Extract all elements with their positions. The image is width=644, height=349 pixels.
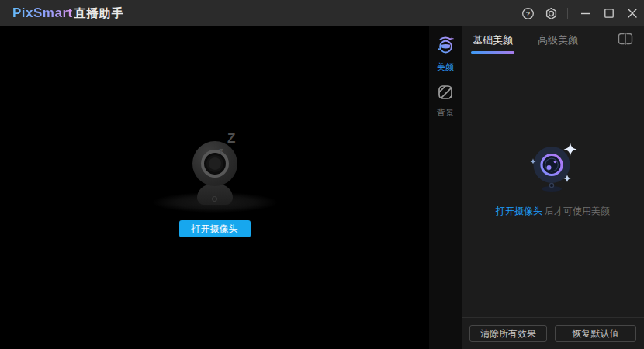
webcam-base bbox=[197, 185, 233, 205]
active-tab-underline bbox=[471, 51, 514, 54]
app-window: PixSmart 直播助手 ? bbox=[0, 0, 644, 349]
split-compare-button[interactable] bbox=[616, 31, 635, 49]
app-logo: PixSmart 直播助手 bbox=[12, 5, 124, 21]
restore-defaults-button[interactable]: 恢复默认值 bbox=[555, 325, 636, 342]
maximize-icon bbox=[604, 8, 615, 19]
sleeping-webcam-illustration: Z z bbox=[153, 144, 277, 206]
webcam-base-dot bbox=[212, 196, 217, 202]
panel-footer: 清除所有效果 恢复默认值 bbox=[462, 317, 644, 349]
settings-button[interactable] bbox=[539, 0, 563, 26]
feature-nav: 美颜 背景 bbox=[429, 26, 462, 349]
tab-advanced-beauty-label: 高级美颜 bbox=[538, 33, 578, 47]
tab-basic-beauty-label: 基础美颜 bbox=[473, 33, 513, 47]
titlebar-actions: ? bbox=[516, 0, 644, 26]
titlebar-divider bbox=[567, 8, 568, 19]
webcam-sphere bbox=[192, 141, 237, 186]
minimize-icon bbox=[580, 8, 591, 19]
open-camera-link[interactable]: 打开摄像头 bbox=[496, 206, 542, 216]
gear-icon bbox=[545, 7, 558, 20]
titlebar: PixSmart 直播助手 ? bbox=[0, 0, 644, 26]
brand-suffix: 直播助手 bbox=[74, 6, 124, 21]
sleep-z-small: z bbox=[219, 147, 223, 156]
nav-label-background: 背景 bbox=[437, 107, 454, 119]
minimize-button[interactable] bbox=[574, 0, 597, 26]
webcam-lens bbox=[201, 150, 229, 178]
sleep-z-large: Z bbox=[227, 132, 235, 145]
close-button[interactable] bbox=[621, 0, 644, 26]
preview-stage: Z z 打开摄像头 bbox=[0, 26, 429, 349]
background-icon bbox=[436, 83, 455, 105]
beauty-panel: 基础美颜 高级美颜 bbox=[462, 26, 644, 349]
webcam-lens-core bbox=[209, 157, 221, 170]
panel-tabbar: 基础美颜 高级美颜 bbox=[462, 26, 644, 54]
nav-item-background[interactable]: 背景 bbox=[429, 80, 462, 126]
help-icon: ? bbox=[521, 7, 535, 20]
content-area: Z z 打开摄像头 bbox=[0, 26, 644, 349]
maximize-button[interactable] bbox=[597, 0, 621, 26]
camera-off-placeholder: 打开摄像头后才可使用美颜 bbox=[496, 141, 610, 218]
webcam-sparkle-icon bbox=[525, 141, 581, 197]
help-button[interactable]: ? bbox=[516, 0, 539, 26]
panel-body: 打开摄像头后才可使用美颜 bbox=[462, 54, 644, 317]
open-camera-button[interactable]: 打开摄像头 bbox=[179, 220, 251, 237]
close-icon bbox=[627, 8, 638, 19]
nav-label-beauty: 美颜 bbox=[437, 61, 454, 73]
placeholder-suffix: 后才可使用美颜 bbox=[545, 206, 610, 216]
split-compare-icon bbox=[618, 33, 633, 47]
clear-effects-button[interactable]: 清除所有效果 bbox=[469, 325, 547, 342]
placeholder-text: 打开摄像头后才可使用美颜 bbox=[496, 205, 610, 218]
tab-basic-beauty[interactable]: 基础美颜 bbox=[471, 26, 514, 54]
brand-name: PixSmart bbox=[12, 5, 73, 21]
beauty-face-icon bbox=[435, 35, 456, 59]
svg-text:?: ? bbox=[525, 9, 529, 17]
nav-item-beauty[interactable]: 美颜 bbox=[429, 32, 462, 80]
tab-advanced-beauty[interactable]: 高级美颜 bbox=[536, 26, 580, 54]
